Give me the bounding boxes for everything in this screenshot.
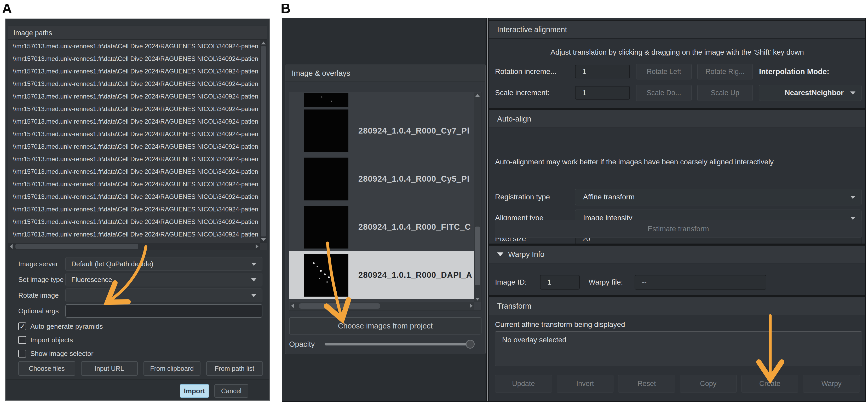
path-source-button[interactable]: Choose files bbox=[18, 361, 75, 376]
interpolation-mode-dropdown[interactable]: NearestNeighbor bbox=[759, 85, 862, 101]
image-path-row[interactable]: \\mr157013.med.univ-rennes1.fr\data\Cell… bbox=[8, 216, 259, 228]
transform-button[interactable]: Warpy bbox=[803, 375, 860, 393]
checkbox-row[interactable]: Import objects bbox=[18, 336, 103, 344]
overlay-image-list: 280924_1.0.4_R000_Cy7_Pl 280924_1.0.4_R0… bbox=[289, 92, 482, 310]
form-row: Optional args bbox=[18, 304, 262, 318]
paths-horizontal-scrollbar[interactable] bbox=[8, 243, 260, 250]
form-field-control[interactable] bbox=[65, 304, 262, 318]
overlay-list-vertical-scrollbar[interactable] bbox=[474, 93, 481, 302]
overlay-list-item[interactable]: 280924_1.0.4_R000_FITC_C bbox=[289, 203, 481, 251]
form-field-control[interactable]: Fluorescence bbox=[65, 273, 262, 286]
overlay-list-item[interactable]: 280924_1.0.4_R000_Cy7_Pl bbox=[289, 107, 481, 155]
paths-vertical-scrollbar[interactable] bbox=[260, 40, 267, 243]
scroll-up-icon[interactable] bbox=[475, 94, 480, 97]
scroll-left-icon[interactable] bbox=[10, 244, 12, 249]
affine-transform-textarea[interactable]: No overlay selected bbox=[495, 331, 862, 366]
scale-increment-input[interactable]: 1 bbox=[575, 86, 630, 99]
image-path-row[interactable]: \\mr157013.med.univ-rennes1.fr\data\Cell… bbox=[8, 165, 259, 178]
image-overlays-titlebar[interactable]: Image & overlays bbox=[285, 65, 485, 82]
warpy-info-header[interactable]: Warpy Info bbox=[489, 245, 865, 263]
horizontal-scroll-thumb[interactable] bbox=[299, 303, 380, 309]
path-source-button[interactable]: From clipboard bbox=[144, 361, 200, 376]
image-path-row[interactable]: \\mr157013.med.univ-rennes1.fr\data\Cell… bbox=[8, 178, 259, 190]
import-button[interactable]: Import bbox=[180, 384, 209, 398]
image-path-row[interactable]: \\mr157013.med.univ-rennes1.fr\data\Cell… bbox=[8, 190, 259, 203]
transform-button[interactable]: Invert bbox=[557, 375, 614, 393]
overlay-list-horizontal-scrollbar[interactable] bbox=[289, 302, 474, 310]
image-path-row[interactable]: \\mr157013.med.univ-rennes1.fr\data\Cell… bbox=[8, 40, 259, 53]
image-path-row[interactable]: \\mr157013.med.univ-rennes1.fr\data\Cell… bbox=[8, 65, 259, 77]
checkbox-row[interactable]: Show image selector bbox=[18, 350, 103, 358]
path-source-button[interactable]: From path list bbox=[206, 361, 263, 376]
checkbox-icon[interactable] bbox=[18, 336, 26, 344]
opacity-slider-track[interactable] bbox=[324, 343, 470, 345]
transform-button[interactable]: Reset bbox=[618, 375, 675, 393]
checkbox-icon[interactable] bbox=[18, 350, 26, 358]
image-path-row[interactable]: \\mr157013.med.univ-rennes1.fr\data\Cell… bbox=[8, 77, 259, 90]
transform-button[interactable]: Copy bbox=[680, 375, 737, 393]
image-id-input[interactable]: 1 bbox=[540, 275, 580, 289]
checkbox-row[interactable]: Auto-generate pyramids bbox=[18, 322, 103, 330]
image-path-row[interactable]: \\mr157013.med.univ-rennes1.fr\data\Cell… bbox=[8, 140, 259, 153]
scale-up-button[interactable]: Scale Up bbox=[697, 85, 753, 101]
horizontal-scroll-thumb[interactable] bbox=[16, 244, 138, 249]
image-overlays-panel: Image & overlays 280924_1.0.4_R000_Cy7_P… bbox=[285, 65, 486, 354]
scale-increment-label: Scale increment: bbox=[495, 89, 550, 97]
vertical-scroll-thumb[interactable] bbox=[475, 226, 480, 285]
image-paths-column-header[interactable]: Image paths bbox=[8, 26, 267, 40]
cancel-button[interactable]: Cancel bbox=[214, 384, 248, 398]
image-path-row[interactable]: \\mr157013.med.univ-rennes1.fr\data\Cell… bbox=[8, 90, 259, 103]
scroll-down-icon[interactable] bbox=[261, 238, 266, 241]
form-field-control[interactable] bbox=[65, 288, 262, 302]
choose-images-from-project-button[interactable]: Choose images from project bbox=[289, 317, 482, 335]
interactive-alignment-header: Interactive alignment bbox=[489, 20, 865, 39]
rotate-left-button[interactable]: Rotate Left bbox=[636, 64, 691, 80]
image-path-row[interactable]: \\mr157013.med.univ-rennes1.fr\data\Cell… bbox=[8, 203, 259, 216]
warpy-file-input[interactable]: -- bbox=[634, 275, 766, 289]
transform-button[interactable]: Create bbox=[742, 375, 799, 393]
image-path-row[interactable]: \\mr157013.med.univ-rennes1.fr\data\Cell… bbox=[8, 153, 259, 165]
scroll-right-icon[interactable] bbox=[470, 303, 472, 308]
image-thumbnail bbox=[304, 110, 348, 152]
overlay-item-label: 280924_1.0.1_R000_DAPI_A bbox=[358, 271, 472, 280]
rotation-increment-value: 1 bbox=[582, 68, 586, 76]
chevron-down-icon bbox=[850, 91, 856, 95]
form-field-label: Rotate image bbox=[18, 291, 59, 300]
opacity-row: Opacity bbox=[289, 338, 482, 350]
form-field-label: Image server bbox=[18, 260, 58, 268]
panel-b-label: B bbox=[281, 1, 291, 16]
scale-down-button[interactable]: Scale Do... bbox=[636, 85, 691, 101]
interpolation-mode-label: Interpolation Mode: bbox=[759, 67, 829, 76]
transform-button[interactable]: Update bbox=[495, 375, 552, 393]
checkbox-label: Show image selector bbox=[30, 350, 93, 358]
image-id-value: 1 bbox=[547, 278, 551, 286]
form-field-control[interactable]: Default (let QuPath decide) bbox=[65, 257, 262, 271]
path-source-button[interactable]: Input URL bbox=[81, 361, 138, 376]
scroll-left-icon[interactable] bbox=[291, 303, 294, 308]
scroll-up-icon[interactable] bbox=[261, 41, 266, 44]
image-path-row[interactable]: \\mr157013.med.univ-rennes1.fr\data\Cell… bbox=[8, 228, 259, 241]
transform-buttons: Update Invert Reset Copy Create Warpy bbox=[495, 375, 860, 393]
overlay-items: 280924_1.0.4_R000_Cy7_Pl 280924_1.0.4_R0… bbox=[289, 107, 481, 299]
rotate-right-button[interactable]: Rotate Rig... bbox=[697, 64, 753, 80]
image-path-row[interactable]: \\mr157013.med.univ-rennes1.fr\data\Cell… bbox=[8, 128, 259, 140]
scroll-down-icon[interactable] bbox=[475, 298, 480, 301]
overlay-list-item[interactable]: 280924_1.0.1_R000_DAPI_A bbox=[289, 251, 481, 299]
checkbox-icon[interactable] bbox=[18, 322, 26, 330]
partial-thumbnail bbox=[304, 93, 348, 107]
warpy-file-value: -- bbox=[642, 278, 647, 286]
estimate-transform-button[interactable]: Estimate transform bbox=[495, 220, 862, 238]
image-path-row[interactable]: \\mr157013.med.univ-rennes1.fr\data\Cell… bbox=[8, 115, 259, 128]
image-path-row[interactable]: \\mr157013.med.univ-rennes1.fr\data\Cell… bbox=[8, 103, 259, 115]
opacity-slider-knob[interactable] bbox=[466, 340, 475, 349]
chevron-down-icon bbox=[251, 294, 256, 297]
section-title: Interactive alignment bbox=[497, 25, 567, 34]
image-path-row[interactable]: \\mr157013.med.univ-rennes1.fr\data\Cell… bbox=[8, 53, 259, 65]
overlay-list-item[interactable]: 280924_1.0.4_R000_Cy5_Pl bbox=[289, 155, 481, 203]
scroll-right-icon[interactable] bbox=[256, 244, 258, 249]
rotation-increment-input[interactable]: 1 bbox=[575, 65, 630, 79]
opacity-label: Opacity bbox=[289, 340, 315, 349]
alignment-pane: Interactive alignment Adjust translation… bbox=[489, 18, 865, 401]
vertical-scroll-thumb[interactable] bbox=[261, 46, 266, 237]
overlay-item-label: 280924_1.0.4_R000_Cy5_Pl bbox=[358, 174, 470, 184]
